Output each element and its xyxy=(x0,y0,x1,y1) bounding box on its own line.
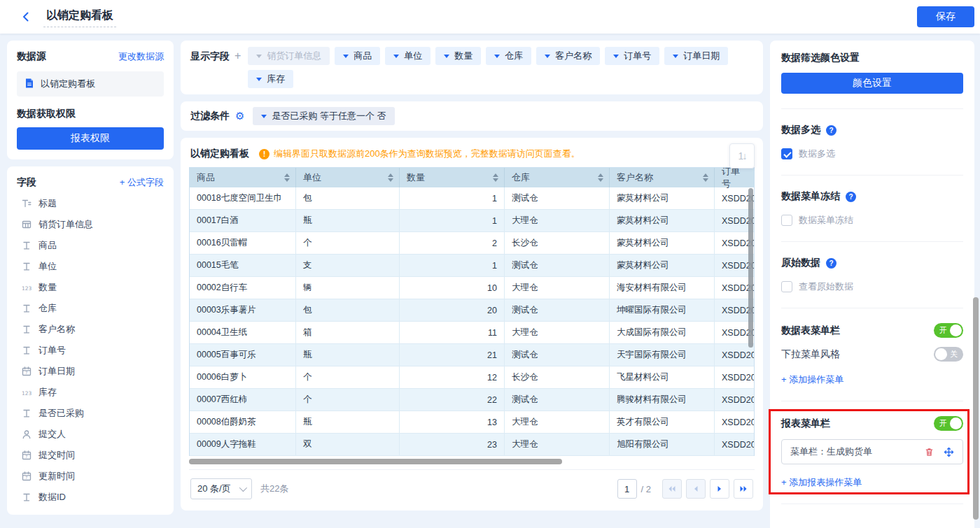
table-cell: 瓶 xyxy=(296,344,400,366)
fields-card: 字段 + 公式字段 标题销货订单信息商品单位123数量仓库客户名称订单号7订单日… xyxy=(7,166,174,515)
field-item[interactable]: 是否已采购 xyxy=(17,403,164,424)
horizontal-scrollbar-thumb[interactable] xyxy=(189,459,562,464)
field-item[interactable]: 订单号 xyxy=(17,340,164,361)
sort-icon[interactable] xyxy=(388,173,393,182)
text-icon xyxy=(21,408,32,419)
table-row[interactable]: 00002自行车辆10大理仓海安材料有限公司XSDD20 xyxy=(190,277,754,299)
display-field-tag[interactable]: 订单日期 xyxy=(664,47,728,65)
dropdown-style-toggle-off[interactable]: 关 xyxy=(934,347,963,362)
back-icon[interactable] xyxy=(18,9,34,24)
table-row[interactable]: 00003乐事薯片包20测试仓坤曜国际有限公司XSDD20 xyxy=(190,299,754,322)
table-row[interactable]: 00016贝雷帽个2长沙仓蒙莫材料公司XSDD20 xyxy=(190,232,754,255)
checkbox-unchecked-icon[interactable] xyxy=(781,281,792,292)
help-icon[interactable] xyxy=(826,125,836,136)
report-permission-button[interactable]: 报表权限 xyxy=(17,127,164,150)
table-cell: 00003乐事薯片 xyxy=(190,299,296,321)
prev-page-button[interactable] xyxy=(686,479,706,499)
display-field-tag[interactable]: 订单号 xyxy=(605,47,659,65)
field-item[interactable]: 123库存 xyxy=(17,382,164,403)
next-page-button[interactable] xyxy=(710,479,729,499)
add-action-menu-link[interactable]: + 添加操作菜单 xyxy=(781,373,844,386)
column-header[interactable]: 商品 xyxy=(190,168,296,187)
table-row[interactable]: 00017白酒瓶1大理仓蒙莫材料公司XSDD20 xyxy=(190,210,754,232)
field-item[interactable]: 商品 xyxy=(17,235,164,256)
column-header[interactable]: 订单号 xyxy=(715,168,754,187)
display-field-tag[interactable]: 数量 xyxy=(435,47,481,65)
display-field-tag[interactable]: 销货订单信息 xyxy=(248,47,330,65)
table-cell: 支 xyxy=(296,255,400,276)
table-row[interactable]: 00007西红柿个22测试仓腾骏材料有限公司XSDD20 xyxy=(190,389,754,411)
table-menu-toggle-on[interactable]: 开 xyxy=(934,323,963,338)
column-header[interactable]: 仓库 xyxy=(505,168,610,187)
display-field-tag[interactable]: 单位 xyxy=(385,47,430,65)
first-page-button[interactable] xyxy=(662,479,682,499)
change-datasource-link[interactable]: 更改数据源 xyxy=(118,50,164,63)
table-row[interactable]: 00009人字拖鞋双23大理仓旭阳有限公司XSDD20 xyxy=(190,434,754,456)
field-item[interactable]: 客户名称 xyxy=(17,319,164,340)
display-field-tag[interactable]: 仓库 xyxy=(486,47,531,65)
field-item[interactable]: 提交人 xyxy=(17,424,164,445)
table-row[interactable]: 00015毛笔支1测试仓蒙莫材料公司XSDD20 xyxy=(190,255,754,277)
display-field-tag[interactable]: 客户名称 xyxy=(536,47,600,65)
sort-icon[interactable] xyxy=(598,173,603,182)
last-page-button[interactable] xyxy=(734,479,753,499)
column-header[interactable]: 单位 xyxy=(296,168,400,187)
raw-data-checkbox-row[interactable]: 查看原始数据 xyxy=(781,280,963,293)
add-formula-field-link[interactable]: + 公式字段 xyxy=(120,176,164,189)
table-row[interactable]: 00006白萝卜个12长沙仓飞星材料公司XSDD20 xyxy=(190,366,754,389)
table-cell: 大成国际有限公司 xyxy=(610,322,715,343)
table-cell: 00002自行车 xyxy=(190,277,296,299)
field-item[interactable]: 单位 xyxy=(17,256,164,277)
datasource-item[interactable]: 以销定购看板 xyxy=(17,71,164,97)
column-header[interactable]: 数量 xyxy=(400,168,505,187)
help-icon[interactable] xyxy=(846,192,856,202)
column-header[interactable]: 客户名称 xyxy=(610,168,715,187)
checkbox-checked-icon[interactable] xyxy=(781,148,792,159)
sort-icon[interactable] xyxy=(284,173,290,182)
add-display-field-icon[interactable]: + xyxy=(234,47,241,65)
display-field-tag[interactable]: 库存 xyxy=(248,70,293,88)
table-row[interactable]: 00004卫生纸箱11大理仓大成国际有限公司XSDD20 xyxy=(190,322,754,344)
sort-icon[interactable] xyxy=(493,173,498,182)
page-title[interactable]: 以销定购看板 xyxy=(43,7,116,27)
current-page-input[interactable]: 1 xyxy=(617,479,637,499)
save-button[interactable]: 保存 xyxy=(917,6,974,27)
sort-icon[interactable] xyxy=(703,173,708,182)
table-horizontal-scrollbar[interactable] xyxy=(189,459,755,465)
table-menu-section: 数据表菜单栏 开 下拉菜单风格 关 + 添加操作菜单 xyxy=(781,323,963,386)
field-item[interactable]: 123数量 xyxy=(17,277,164,298)
sort-order-icon[interactable]: 1↓ xyxy=(729,143,755,169)
field-item[interactable]: 7提交时间 xyxy=(17,445,164,466)
add-report-action-menu-link[interactable]: + 添加报表操作菜单 xyxy=(781,476,862,489)
field-item[interactable]: 7订单日期 xyxy=(17,361,164,382)
move-icon[interactable] xyxy=(943,446,954,457)
caret-down-icon xyxy=(545,55,550,58)
page-scrollbar[interactable] xyxy=(973,297,979,520)
page-size-select[interactable]: 20 条/页 xyxy=(190,478,252,499)
menu-freeze-checkbox-row[interactable]: 数据菜单冻结 xyxy=(781,214,963,227)
table-row[interactable]: 00005百事可乐瓶21测试仓天宇国际有限公司XSDD20 xyxy=(190,344,754,366)
multi-select-checkbox-row[interactable]: 数据多选 xyxy=(781,148,963,160)
trash-icon[interactable] xyxy=(923,446,934,457)
color-settings-section: 数据筛选颜色设置 颜色设置 xyxy=(781,52,963,94)
table-row[interactable]: 00008伯爵奶茶瓶13大理仓英才有限公司XSDD20 xyxy=(190,411,754,434)
field-item-label: 库存 xyxy=(38,386,57,399)
caret-down-icon xyxy=(256,55,262,58)
field-item[interactable]: 仓库 xyxy=(17,298,164,319)
field-item[interactable]: 数据ID xyxy=(17,487,164,508)
table-row[interactable]: 00018七度空间卫生巾包1测试仓蒙莫材料公司XSDD20 xyxy=(190,187,754,210)
field-item[interactable]: 7更新时间 xyxy=(17,466,164,487)
checkbox-unchecked-icon[interactable] xyxy=(781,215,792,226)
display-field-tag[interactable]: 商品 xyxy=(335,47,380,65)
help-icon[interactable] xyxy=(826,258,836,269)
report-menu-toggle-on[interactable]: 开 xyxy=(934,416,963,431)
field-item[interactable]: 销货订单信息 xyxy=(17,214,164,235)
field-item[interactable]: 标题 xyxy=(17,193,164,214)
gear-icon[interactable]: ⚙ xyxy=(235,110,244,122)
toggle-off-label: 关 xyxy=(950,349,958,359)
report-menu-item[interactable]: 菜单栏：生成购货单 xyxy=(781,439,963,464)
table-vertical-scrollbar[interactable] xyxy=(748,188,753,348)
multi-select-title: 数据多选 xyxy=(781,124,820,136)
filter-condition-tag[interactable]: 是否已采购 等于任意一个 否 xyxy=(253,107,394,125)
color-settings-button[interactable]: 颜色设置 xyxy=(781,73,963,94)
